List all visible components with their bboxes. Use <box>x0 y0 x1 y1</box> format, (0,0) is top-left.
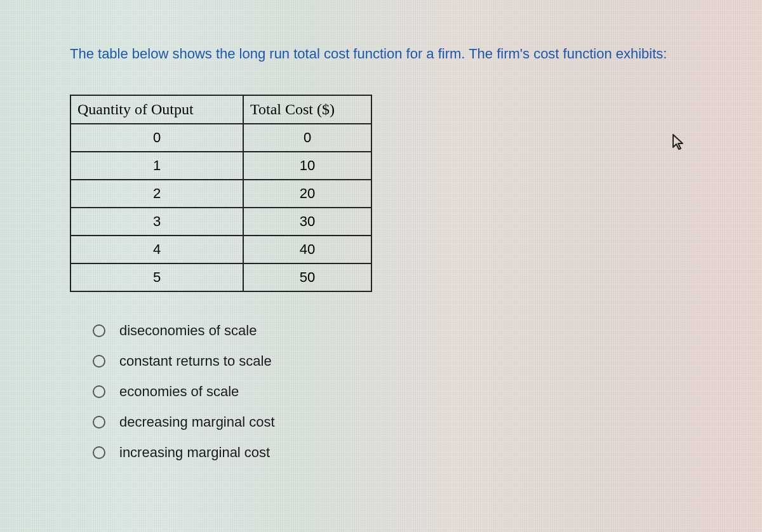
option-economies[interactable]: economies of scale <box>93 383 692 400</box>
cell-quantity: 0 <box>70 124 243 152</box>
option-label: decreasing marginal cost <box>119 414 275 430</box>
cell-cost: 20 <box>243 180 371 208</box>
table-row: 0 0 <box>70 124 371 152</box>
option-label: economies of scale <box>119 383 239 400</box>
table-row: 4 40 <box>70 236 371 263</box>
question-container: The table below shows the long run total… <box>0 0 762 519</box>
table-row: 1 10 <box>70 152 371 180</box>
cell-quantity: 3 <box>70 208 243 236</box>
cost-function-table: Quantity of Output Total Cost ($) 0 0 1 … <box>70 95 372 292</box>
option-increasing-marginal[interactable]: increasing marginal cost <box>93 444 692 461</box>
cell-cost: 30 <box>243 208 371 236</box>
option-label: constant returns to scale <box>119 353 272 369</box>
cell-quantity: 4 <box>70 236 243 263</box>
cell-cost: 0 <box>243 124 371 152</box>
radio-icon[interactable] <box>93 324 105 337</box>
cell-cost: 40 <box>243 236 371 263</box>
radio-icon[interactable] <box>93 416 105 429</box>
option-label: increasing marginal cost <box>119 444 270 461</box>
table-row: 2 20 <box>70 180 371 208</box>
col-header-quantity: Quantity of Output <box>70 95 243 124</box>
cell-quantity: 5 <box>70 263 243 291</box>
option-diseconomies[interactable]: diseconomies of scale <box>93 323 692 339</box>
cursor-icon <box>671 133 686 151</box>
cell-cost: 10 <box>243 152 371 180</box>
radio-icon[interactable] <box>93 355 105 368</box>
radio-icon[interactable] <box>93 446 105 459</box>
answer-options: diseconomies of scale constant returns t… <box>70 323 692 461</box>
question-text: The table below shows the long run total… <box>70 44 692 64</box>
cell-quantity: 1 <box>70 152 243 180</box>
option-constant-returns[interactable]: constant returns to scale <box>93 353 692 369</box>
option-label: diseconomies of scale <box>119 323 257 339</box>
table-row: 3 30 <box>70 208 371 236</box>
option-decreasing-marginal[interactable]: decreasing marginal cost <box>93 414 692 430</box>
cell-cost: 50 <box>243 263 371 291</box>
col-header-total-cost: Total Cost ($) <box>243 95 371 124</box>
radio-icon[interactable] <box>93 385 105 398</box>
cell-quantity: 2 <box>70 180 243 208</box>
table-row: 5 50 <box>70 263 371 291</box>
